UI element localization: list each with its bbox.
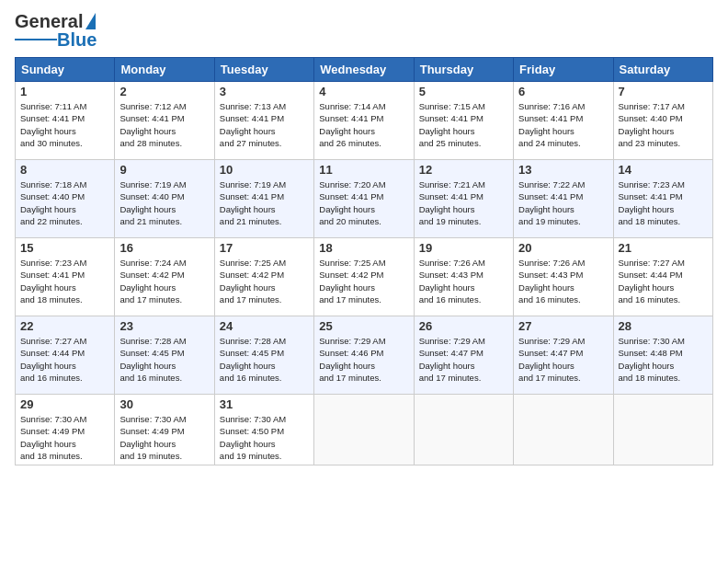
calendar-cell: 25 Sunrise: 7:29 AM Sunset: 4:46 PM Dayl… (314, 316, 414, 395)
header-sunday: Sunday (16, 58, 115, 82)
cell-info: Sunrise: 7:30 AM Sunset: 4:49 PM Dayligh… (119, 413, 209, 462)
day-number: 13 (518, 163, 608, 177)
cell-info: Sunrise: 7:15 AM Sunset: 4:41 PM Dayligh… (419, 100, 508, 149)
cell-info: Sunrise: 7:27 AM Sunset: 4:44 PM Dayligh… (20, 335, 109, 384)
cell-info: Sunrise: 7:29 AM Sunset: 4:47 PM Dayligh… (419, 335, 508, 384)
cell-info: Sunrise: 7:25 AM Sunset: 4:42 PM Dayligh… (220, 257, 309, 305)
day-number: 7 (619, 85, 708, 98)
day-number: 25 (319, 319, 408, 333)
calendar-cell: 5 Sunrise: 7:15 AM Sunset: 4:41 PM Dayli… (414, 82, 513, 160)
cell-info: Sunrise: 7:24 AM Sunset: 4:42 PM Dayligh… (119, 257, 209, 305)
calendar-cell: 26 Sunrise: 7:29 AM Sunset: 4:47 PM Dayl… (414, 316, 513, 395)
calendar-cell: 3 Sunrise: 7:13 AM Sunset: 4:41 PM Dayli… (214, 82, 313, 160)
day-number: 23 (119, 319, 209, 333)
day-number: 27 (518, 319, 608, 333)
calendar-cell (514, 395, 613, 465)
header-wednesday: Wednesday (314, 58, 414, 82)
cell-info: Sunrise: 7:29 AM Sunset: 4:46 PM Dayligh… (319, 335, 408, 384)
calendar-cell: 16 Sunrise: 7:24 AM Sunset: 4:42 PM Dayl… (115, 238, 214, 316)
header: General Blue (15, 11, 713, 50)
calendar-cell: 7 Sunrise: 7:17 AM Sunset: 4:40 PM Dayli… (613, 82, 712, 160)
calendar-cell (613, 395, 712, 465)
calendar-cell: 28 Sunrise: 7:30 AM Sunset: 4:48 PM Dayl… (613, 316, 712, 395)
calendar-cell: 22 Sunrise: 7:27 AM Sunset: 4:44 PM Dayl… (16, 316, 115, 395)
day-number: 6 (518, 85, 608, 98)
day-number: 20 (518, 241, 608, 255)
calendar-cell: 2 Sunrise: 7:12 AM Sunset: 4:41 PM Dayli… (115, 82, 214, 160)
header-monday: Monday (115, 58, 214, 82)
calendar-table: SundayMondayTuesdayWednesdayThursdayFrid… (15, 57, 713, 465)
day-number: 15 (20, 241, 109, 255)
calendar-cell: 9 Sunrise: 7:19 AM Sunset: 4:40 PM Dayli… (115, 160, 214, 238)
cell-info: Sunrise: 7:17 AM Sunset: 4:40 PM Dayligh… (619, 100, 708, 149)
cell-info: Sunrise: 7:29 AM Sunset: 4:47 PM Dayligh… (518, 335, 608, 384)
cell-info: Sunrise: 7:25 AM Sunset: 4:42 PM Dayligh… (319, 257, 408, 305)
calendar-cell: 6 Sunrise: 7:16 AM Sunset: 4:41 PM Dayli… (514, 82, 613, 160)
calendar-cell: 15 Sunrise: 7:23 AM Sunset: 4:41 PM Dayl… (16, 238, 115, 316)
day-number: 26 (419, 319, 508, 333)
calendar-cell (314, 395, 414, 465)
header-thursday: Thursday (414, 58, 513, 82)
cell-info: Sunrise: 7:22 AM Sunset: 4:41 PM Dayligh… (518, 178, 608, 227)
day-number: 3 (220, 85, 309, 98)
calendar-cell: 13 Sunrise: 7:22 AM Sunset: 4:41 PM Dayl… (514, 160, 613, 238)
cell-info: Sunrise: 7:28 AM Sunset: 4:45 PM Dayligh… (119, 335, 209, 384)
header-tuesday: Tuesday (214, 58, 313, 82)
cell-info: Sunrise: 7:19 AM Sunset: 4:41 PM Dayligh… (220, 178, 309, 227)
calendar-cell: 27 Sunrise: 7:29 AM Sunset: 4:47 PM Dayl… (514, 316, 613, 395)
cell-info: Sunrise: 7:20 AM Sunset: 4:41 PM Dayligh… (319, 178, 408, 227)
calendar-cell: 19 Sunrise: 7:26 AM Sunset: 4:43 PM Dayl… (414, 238, 513, 316)
cell-info: Sunrise: 7:14 AM Sunset: 4:41 PM Dayligh… (319, 100, 408, 149)
calendar-cell: 20 Sunrise: 7:26 AM Sunset: 4:43 PM Dayl… (514, 238, 613, 316)
cell-info: Sunrise: 7:28 AM Sunset: 4:45 PM Dayligh… (220, 335, 309, 384)
calendar-cell: 23 Sunrise: 7:28 AM Sunset: 4:45 PM Dayl… (115, 316, 214, 395)
day-number: 16 (119, 241, 209, 255)
calendar-cell (414, 395, 513, 465)
calendar-cell: 12 Sunrise: 7:21 AM Sunset: 4:41 PM Dayl… (414, 160, 513, 238)
logo-underline (15, 39, 57, 40)
logo-general: General (15, 11, 83, 31)
cell-info: Sunrise: 7:12 AM Sunset: 4:41 PM Dayligh… (119, 100, 209, 149)
cell-info: Sunrise: 7:26 AM Sunset: 4:43 PM Dayligh… (419, 257, 508, 305)
day-number: 4 (319, 85, 408, 98)
calendar-cell: 10 Sunrise: 7:19 AM Sunset: 4:41 PM Dayl… (214, 160, 313, 238)
calendar-cell: 18 Sunrise: 7:25 AM Sunset: 4:42 PM Dayl… (314, 238, 414, 316)
cell-info: Sunrise: 7:23 AM Sunset: 4:41 PM Dayligh… (619, 178, 708, 227)
calendar-cell: 14 Sunrise: 7:23 AM Sunset: 4:41 PM Dayl… (613, 160, 712, 238)
day-number: 28 (619, 319, 708, 333)
cell-info: Sunrise: 7:21 AM Sunset: 4:41 PM Dayligh… (419, 178, 508, 227)
day-number: 30 (119, 397, 209, 411)
cell-info: Sunrise: 7:16 AM Sunset: 4:41 PM Dayligh… (518, 100, 608, 149)
cell-info: Sunrise: 7:30 AM Sunset: 4:49 PM Dayligh… (20, 413, 109, 462)
day-number: 29 (20, 397, 109, 411)
calendar-cell: 8 Sunrise: 7:18 AM Sunset: 4:40 PM Dayli… (16, 160, 115, 238)
day-number: 9 (119, 163, 209, 177)
day-number: 19 (419, 241, 508, 255)
logo-blue: Blue (57, 29, 97, 50)
calendar-cell: 21 Sunrise: 7:27 AM Sunset: 4:44 PM Dayl… (613, 238, 712, 316)
day-number: 21 (619, 241, 708, 255)
day-number: 31 (220, 397, 309, 411)
calendar-page: General Blue SundayMondayTuesdayWednesda… (0, 0, 728, 475)
day-number: 10 (220, 163, 309, 177)
header-friday: Friday (514, 58, 613, 82)
calendar-cell: 17 Sunrise: 7:25 AM Sunset: 4:42 PM Dayl… (214, 238, 313, 316)
cell-info: Sunrise: 7:30 AM Sunset: 4:48 PM Dayligh… (619, 335, 708, 384)
logo: General Blue (15, 11, 97, 50)
day-number: 22 (20, 319, 109, 333)
calendar-cell: 24 Sunrise: 7:28 AM Sunset: 4:45 PM Dayl… (214, 316, 313, 395)
day-number: 8 (20, 163, 109, 177)
day-number: 14 (619, 163, 708, 177)
day-number: 24 (220, 319, 309, 333)
day-number: 12 (419, 163, 508, 177)
calendar-cell: 29 Sunrise: 7:30 AM Sunset: 4:49 PM Dayl… (16, 395, 115, 465)
day-number: 5 (419, 85, 508, 98)
cell-info: Sunrise: 7:23 AM Sunset: 4:41 PM Dayligh… (20, 257, 109, 305)
cell-info: Sunrise: 7:27 AM Sunset: 4:44 PM Dayligh… (619, 257, 708, 305)
cell-info: Sunrise: 7:19 AM Sunset: 4:40 PM Dayligh… (119, 178, 209, 227)
cell-info: Sunrise: 7:30 AM Sunset: 4:50 PM Dayligh… (220, 413, 309, 462)
calendar-cell: 31 Sunrise: 7:30 AM Sunset: 4:50 PM Dayl… (214, 395, 313, 465)
calendar-cell: 1 Sunrise: 7:11 AM Sunset: 4:41 PM Dayli… (16, 82, 115, 160)
cell-info: Sunrise: 7:11 AM Sunset: 4:41 PM Dayligh… (20, 100, 109, 149)
cell-info: Sunrise: 7:26 AM Sunset: 4:43 PM Dayligh… (518, 257, 608, 305)
